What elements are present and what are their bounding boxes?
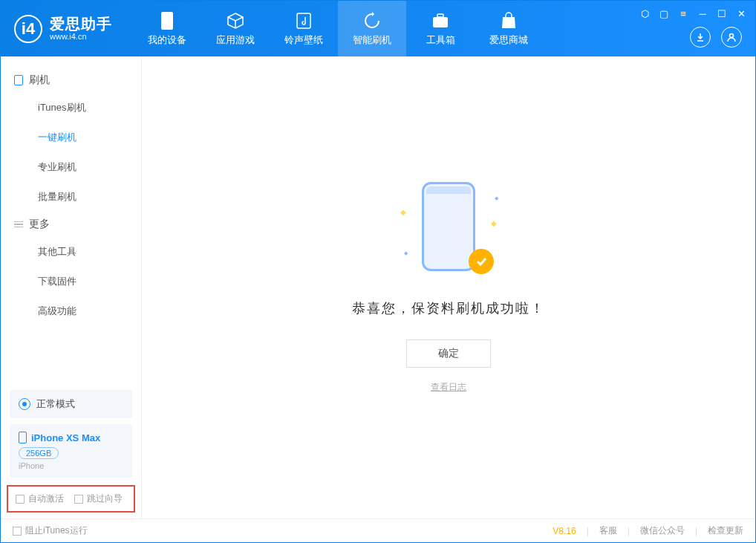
device-box[interactable]: iPhone XS Max 256GB iPhone <box>10 424 132 478</box>
ok-button[interactable]: 确定 <box>406 339 491 368</box>
minimize-button[interactable]: ─ <box>697 8 708 19</box>
tab-label: 工具箱 <box>426 33 455 47</box>
check-badge-icon <box>469 249 494 274</box>
shirt-icon[interactable]: ⬡ <box>639 8 650 19</box>
footer-link-wechat[interactable]: 微信公众号 <box>640 524 685 537</box>
download-button[interactable] <box>690 27 711 48</box>
mode-label: 正常模式 <box>36 397 75 411</box>
nav-tabs: 我的设备 应用游戏 铃声壁纸 智能刷机 工具箱 爱思商城 <box>133 1 543 56</box>
device-icon <box>157 11 177 30</box>
svg-rect-3 <box>437 14 443 17</box>
app-window: i4 爱思助手 www.i4.cn 我的设备 应用游戏 铃声壁纸 智能刷机 <box>0 0 756 543</box>
sidebar-item-itunes-flash[interactable]: iTunes刷机 <box>1 93 141 123</box>
tab-label: 应用游戏 <box>216 33 255 47</box>
tab-apps-games[interactable]: 应用游戏 <box>201 1 270 56</box>
sidebar-item-other-tools[interactable]: 其他工具 <box>1 237 141 267</box>
footer-link-update[interactable]: 检查更新 <box>708 524 743 537</box>
tab-label: 铃声壁纸 <box>284 33 323 47</box>
bag-icon <box>499 11 518 30</box>
note-icon[interactable]: ▢ <box>659 8 669 19</box>
view-log-link[interactable]: 查看日志 <box>431 381 466 394</box>
tab-smart-flash[interactable]: 智能刷机 <box>338 1 406 56</box>
sparkle-icon: ◆ <box>495 195 498 201</box>
checkbox-icon <box>13 527 22 536</box>
footer: 阻止iTunes运行 V8.16 | 客服 | 微信公众号 | 检查更新 <box>1 518 755 542</box>
group-label: 更多 <box>29 218 50 231</box>
tab-ringtone-wallpaper[interactable]: 铃声壁纸 <box>270 1 338 56</box>
user-button[interactable] <box>721 27 742 48</box>
tab-label: 我的设备 <box>148 33 186 47</box>
device-type: iPhone <box>19 461 123 470</box>
sidebar-item-advanced[interactable]: 高级功能 <box>1 296 141 326</box>
phone-icon <box>422 182 475 271</box>
separator: | <box>628 526 630 536</box>
checkbox-skip-guide[interactable]: 跳过向导 <box>74 492 123 505</box>
sidebar-group-flash: 刷机 <box>1 68 141 93</box>
refresh-icon <box>362 11 382 30</box>
highlighted-checkbox-row: 自动激活 跳过向导 <box>7 485 135 513</box>
cube-icon <box>226 11 245 30</box>
separator: | <box>695 526 697 536</box>
header: i4 爱思助手 www.i4.cn 我的设备 应用游戏 铃声壁纸 智能刷机 <box>1 1 755 56</box>
phone-success-illustration: ◆ ◆ ◆ ◆ <box>408 182 489 279</box>
sidebar-item-batch-flash[interactable]: 批量刷机 <box>1 182 141 212</box>
mode-box[interactable]: 正常模式 <box>10 390 132 418</box>
version-label: V8.16 <box>553 526 576 536</box>
app-subtitle: www.i4.cn <box>50 32 112 41</box>
sidebar: 刷机 iTunes刷机 一键刷机 专业刷机 批量刷机 更多 其他工具 下载固件 … <box>1 56 142 518</box>
svg-rect-2 <box>433 17 448 27</box>
app-title: 爱思助手 <box>50 16 112 32</box>
sidebar-item-download-firmware[interactable]: 下载固件 <box>1 267 141 296</box>
checkbox-icon <box>74 495 83 504</box>
checkbox-label: 阻止iTunes运行 <box>25 524 88 537</box>
tab-label: 爱思商城 <box>489 33 528 47</box>
device-icon <box>14 75 23 85</box>
body: 刷机 iTunes刷机 一键刷机 专业刷机 批量刷机 更多 其他工具 下载固件 … <box>1 56 755 518</box>
svg-point-4 <box>730 34 734 38</box>
list-icon <box>14 221 23 228</box>
sidebar-item-pro-flash[interactable]: 专业刷机 <box>1 152 141 182</box>
group-label: 刷机 <box>29 74 50 87</box>
tab-label: 智能刷机 <box>353 33 391 47</box>
sidebar-item-onekey-flash[interactable]: 一键刷机 <box>1 123 141 152</box>
success-message: 恭喜您，保资料刷机成功啦！ <box>352 299 545 317</box>
main-content: ◆ ◆ ◆ ◆ 恭喜您，保资料刷机成功啦！ 确定 查看日志 <box>142 56 755 518</box>
toolbox-icon <box>431 11 450 30</box>
maximize-button[interactable]: ☐ <box>717 8 727 19</box>
tab-store[interactable]: 爱思商城 <box>475 1 543 56</box>
checkbox-auto-activate[interactable]: 自动激活 <box>16 492 64 505</box>
footer-link-service[interactable]: 客服 <box>599 524 617 537</box>
sparkle-icon: ◆ <box>491 219 497 227</box>
sparkle-icon: ◆ <box>404 250 408 256</box>
phone-icon <box>19 432 27 443</box>
logo-icon: i4 <box>14 15 42 43</box>
checkbox-block-itunes[interactable]: 阻止iTunes运行 <box>13 524 88 537</box>
svg-rect-0 <box>161 12 173 30</box>
music-icon <box>294 11 313 30</box>
separator: | <box>587 526 589 536</box>
menu-icon[interactable]: ≡ <box>678 8 688 19</box>
close-button[interactable]: ✕ <box>736 8 746 19</box>
logo: i4 爱思助手 www.i4.cn <box>1 15 126 43</box>
sparkle-icon: ◆ <box>400 208 406 216</box>
checkbox-label: 跳过向导 <box>87 492 123 505</box>
device-name: iPhone XS Max <box>31 432 100 443</box>
mode-icon <box>19 398 30 410</box>
device-capacity: 256GB <box>19 447 59 459</box>
svg-rect-1 <box>297 13 310 28</box>
tab-toolbox[interactable]: 工具箱 <box>406 1 475 56</box>
window-controls: ⬡ ▢ ≡ ─ ☐ ✕ <box>639 8 746 19</box>
tab-my-device[interactable]: 我的设备 <box>133 1 201 56</box>
checkbox-label: 自动激活 <box>28 492 64 505</box>
checkbox-icon <box>16 495 25 504</box>
sidebar-group-more: 更多 <box>1 212 141 237</box>
